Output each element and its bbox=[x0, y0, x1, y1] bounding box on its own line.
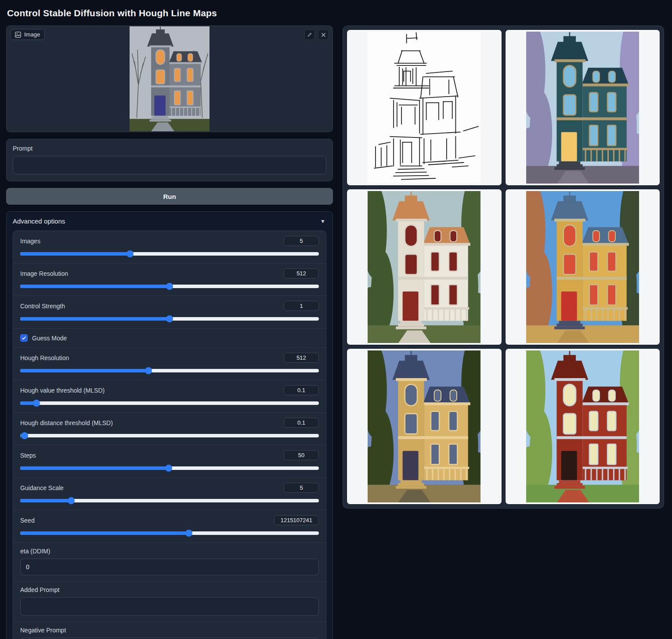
gallery-item-golden-victorian-painting[interactable] bbox=[347, 348, 502, 505]
prompt-label: Prompt bbox=[13, 145, 326, 152]
slider-row: Steps 50 bbox=[13, 445, 326, 478]
advanced-options-body: Images 5 Image Resolution 512 Control St… bbox=[13, 231, 326, 639]
slider-fill bbox=[20, 252, 130, 256]
guess-mode-checkbox[interactable] bbox=[20, 334, 28, 342]
slider-fill bbox=[20, 531, 189, 535]
slider-row: Hough Resolution 512 bbox=[13, 348, 326, 380]
image-icon bbox=[15, 32, 21, 38]
slider-label: Steps bbox=[20, 452, 36, 459]
textarea-field-row: Added Prompt bbox=[13, 581, 326, 622]
slider-fill bbox=[20, 466, 169, 470]
slider-label: Image Resolution bbox=[20, 270, 68, 277]
image-component-label: Image bbox=[10, 29, 45, 40]
slider-label: Control Strength bbox=[20, 303, 65, 310]
slider-row: Seed 1215107241 bbox=[13, 510, 326, 543]
slider-label: Hough value threshold (MLSD) bbox=[20, 387, 105, 394]
slider[interactable] bbox=[20, 497, 319, 504]
slider-thumb[interactable] bbox=[166, 283, 173, 290]
textarea-field-label: Added Prompt bbox=[20, 586, 319, 593]
slider-value-input[interactable]: 5 bbox=[284, 483, 319, 493]
textarea-field-row: Negative Prompt bbox=[13, 622, 326, 639]
gallery-item-teal-victorian-painting[interactable] bbox=[505, 29, 661, 186]
slider-value-input[interactable]: 512 bbox=[284, 353, 319, 363]
slider-row: Hough value threshold (MLSD) 0.1 bbox=[13, 380, 326, 413]
slider-thumb[interactable] bbox=[21, 432, 28, 439]
slider-fill bbox=[20, 317, 170, 321]
number-field-label: eta (DDIM) bbox=[20, 548, 319, 555]
slider-row: Images 5 bbox=[13, 231, 326, 264]
gallery-item-yellow-victorian-painting[interactable] bbox=[505, 189, 661, 345]
slider-thumb[interactable] bbox=[68, 497, 75, 504]
slider-label: Images bbox=[20, 238, 40, 245]
slider-thumb[interactable] bbox=[165, 465, 172, 472]
slider-label: Hough distance threshold (MLSD) bbox=[20, 419, 113, 426]
number-input[interactable] bbox=[20, 559, 319, 575]
gallery-item-red-brick-victorian-painting[interactable] bbox=[505, 348, 661, 505]
advanced-options-header[interactable]: Advanced options ▼ bbox=[7, 212, 332, 230]
white-victorian-painting-image bbox=[368, 191, 481, 343]
slider-fill bbox=[20, 499, 71, 502]
slider[interactable] bbox=[20, 315, 319, 322]
advanced-options-accordion: Advanced options ▼ Images 5 Image Resolu… bbox=[6, 211, 333, 639]
slider-row: Hough distance threshold (MLSD) 0.1 bbox=[13, 413, 326, 445]
main-layout: Image bbox=[6, 25, 664, 639]
slider-row: Control Strength 1 bbox=[13, 296, 326, 329]
app-window: Control Stable Diffusion with Hough Line… bbox=[0, 0, 672, 639]
golden-victorian-painting-image bbox=[368, 350, 481, 503]
textarea-field-label: Negative Prompt bbox=[20, 627, 319, 634]
prompt-input[interactable] bbox=[13, 156, 326, 174]
image-actions bbox=[304, 29, 329, 40]
slider-label: Guidance Scale bbox=[20, 484, 64, 491]
clear-image-button[interactable] bbox=[318, 29, 329, 40]
slider-label: Seed bbox=[20, 517, 35, 524]
slider-value-input[interactable]: 5 bbox=[284, 236, 319, 246]
slider-value-input[interactable]: 1 bbox=[284, 301, 319, 311]
slider[interactable] bbox=[20, 530, 319, 537]
pencil-icon bbox=[307, 32, 312, 37]
number-field-row: eta (DDIM) bbox=[13, 543, 326, 581]
slider-value-input[interactable]: 512 bbox=[284, 268, 319, 278]
slider-value-input[interactable]: 1215107241 bbox=[274, 515, 319, 525]
checkbox-label: Guess Mode bbox=[32, 335, 67, 342]
teal-victorian-painting-image bbox=[526, 32, 639, 184]
gallery-grid bbox=[343, 25, 664, 509]
slider-thumb[interactable] bbox=[145, 367, 152, 374]
check-icon bbox=[22, 336, 26, 340]
edit-image-button[interactable] bbox=[304, 29, 315, 40]
input-image-canvas bbox=[130, 26, 210, 131]
slider-value-input[interactable]: 50 bbox=[284, 450, 319, 460]
prompt-block: Prompt bbox=[6, 139, 333, 181]
victorian-house-photo bbox=[130, 26, 210, 131]
slider-label: Hough Resolution bbox=[20, 354, 69, 361]
slider[interactable] bbox=[20, 283, 319, 290]
slider-track bbox=[20, 434, 319, 437]
slider-value-input[interactable]: 0.1 bbox=[284, 418, 319, 428]
textarea-input[interactable] bbox=[20, 597, 319, 616]
slider-thumb[interactable] bbox=[185, 530, 192, 537]
image-input-component[interactable]: Image bbox=[6, 25, 333, 132]
page-title: Control Stable Diffusion with Hough Line… bbox=[7, 8, 664, 18]
guess-mode-row: Guess Mode bbox=[13, 329, 326, 348]
red-brick-victorian-painting-image bbox=[526, 350, 639, 503]
slider-track bbox=[20, 401, 319, 405]
slider-value-input[interactable]: 0.1 bbox=[284, 385, 319, 395]
slider[interactable] bbox=[20, 400, 319, 407]
yellow-victorian-painting-image bbox=[526, 191, 639, 343]
slider-fill bbox=[20, 285, 170, 288]
slider[interactable] bbox=[20, 465, 319, 472]
run-button[interactable]: Run bbox=[6, 188, 333, 205]
slider-row: Image Resolution 512 bbox=[13, 264, 326, 296]
slider[interactable] bbox=[20, 250, 319, 257]
slider-fill bbox=[20, 369, 148, 372]
hough-line-map-image bbox=[368, 32, 481, 184]
slider-thumb[interactable] bbox=[126, 250, 134, 257]
left-column: Image bbox=[6, 25, 333, 639]
slider-thumb[interactable] bbox=[33, 400, 40, 407]
gallery-item-white-victorian-painting[interactable] bbox=[347, 189, 502, 345]
close-icon bbox=[321, 32, 326, 37]
gallery-item-hough-line-map[interactable] bbox=[347, 29, 502, 186]
slider-thumb[interactable] bbox=[166, 315, 173, 322]
slider[interactable] bbox=[20, 367, 319, 374]
slider[interactable] bbox=[20, 432, 319, 439]
slider-row: Guidance Scale 5 bbox=[13, 478, 326, 510]
